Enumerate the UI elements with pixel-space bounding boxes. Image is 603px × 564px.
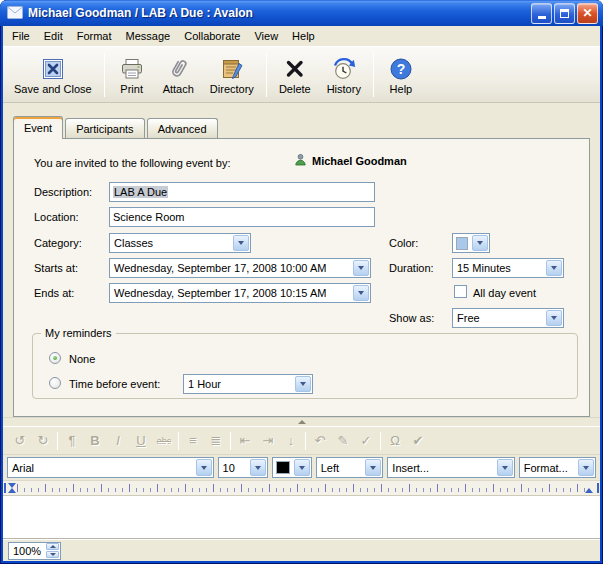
duration-dropdown-button[interactable]: [546, 260, 562, 276]
tab-event[interactable]: Event: [13, 116, 63, 139]
show-as-label: Show as:: [389, 312, 434, 325]
font-dropdown-button[interactable]: [196, 459, 212, 476]
maximize-button[interactable]: [554, 3, 575, 24]
address-book-icon: [219, 55, 245, 82]
location-field[interactable]: Science Room: [109, 207, 375, 227]
ends-dropdown-button[interactable]: [353, 285, 369, 301]
show-as-select[interactable]: Free: [452, 308, 564, 328]
category-dropdown-button[interactable]: [233, 235, 249, 251]
directory-button[interactable]: Directory: [202, 50, 262, 100]
insert-below-icon[interactable]: ↓: [282, 432, 300, 450]
undo-icon[interactable]: ↺: [11, 432, 29, 450]
duration-select[interactable]: 15 Minutes: [452, 258, 564, 278]
starts-at-select[interactable]: Wednesday, September 17, 2008 10:00 AM: [109, 258, 371, 278]
person-icon: [294, 153, 307, 168]
all-day-checkbox[interactable]: [454, 285, 467, 298]
organizer-name: Michael Goodman: [312, 155, 407, 167]
ruler[interactable]: [3, 481, 600, 496]
delete-button[interactable]: Delete: [271, 50, 319, 100]
minimize-button[interactable]: [531, 3, 552, 24]
insert-value: Insert...: [388, 462, 495, 474]
format-select[interactable]: Format...: [519, 457, 596, 478]
font-color-swatch: [276, 461, 290, 474]
message-body[interactable]: [3, 496, 600, 539]
reminder-time-radio[interactable]: [49, 377, 61, 389]
menu-collaborate[interactable]: Collaborate: [177, 28, 247, 44]
duration-value: 15 Minutes: [453, 262, 545, 274]
special-char-icon[interactable]: Ω: [386, 432, 404, 450]
left-indent-marker[interactable]: [8, 488, 16, 493]
outdent-icon[interactable]: ⇤: [236, 432, 254, 450]
spellcheck-icon[interactable]: ✔: [409, 432, 427, 450]
tab-participants[interactable]: Participants: [65, 118, 144, 138]
collapse-handle[interactable]: [3, 417, 600, 426]
underline-icon[interactable]: U: [132, 432, 150, 450]
font-size-select[interactable]: 10: [218, 457, 268, 478]
font-color-select[interactable]: [272, 457, 312, 478]
description-field[interactable]: LAB A Due: [109, 182, 375, 202]
menu-format[interactable]: Format: [70, 28, 119, 44]
font-color-dropdown-button[interactable]: [294, 459, 310, 476]
toolbar: Save and Close Print Attach Directory: [3, 46, 600, 103]
pencil-icon[interactable]: ✎: [334, 432, 352, 450]
italic-icon[interactable]: I: [109, 432, 127, 450]
ruler-major-ticks: [17, 484, 586, 492]
font-family-select[interactable]: Arial: [7, 457, 214, 478]
reminder-none-radio[interactable]: [49, 352, 61, 364]
save-and-close-button[interactable]: Save and Close: [6, 50, 100, 100]
starts-at-value: Wednesday, September 17, 2008 10:00 AM: [110, 262, 352, 274]
window-controls: ✕: [531, 3, 598, 24]
tab-advanced[interactable]: Advanced: [147, 118, 218, 138]
menu-edit[interactable]: Edit: [37, 28, 70, 44]
starts-dropdown-button[interactable]: [353, 260, 369, 276]
help-button[interactable]: ? Help: [378, 50, 424, 100]
zoom-decrease-button[interactable]: [46, 551, 59, 558]
menu-message[interactable]: Message: [119, 28, 178, 44]
category-select[interactable]: Classes: [109, 233, 251, 253]
right-indent-marker[interactable]: [585, 488, 593, 493]
my-reminders-group: My reminders None Time before event: 1 H…: [32, 333, 578, 399]
color-dropdown-button[interactable]: [472, 235, 488, 251]
alignment-select[interactable]: Left: [316, 457, 384, 478]
reminder-time-select[interactable]: 1 Hour: [183, 374, 313, 394]
color-select[interactable]: [452, 233, 490, 253]
redo-icon[interactable]: ↻: [34, 432, 52, 450]
zoom-spinner: [45, 542, 60, 559]
insert-select[interactable]: Insert...: [387, 457, 514, 478]
rotate-icon[interactable]: ↶: [311, 432, 329, 450]
paperclip-icon: [165, 55, 191, 82]
chevron-down-icon: [300, 382, 306, 386]
indent-icon[interactable]: ⇥: [259, 432, 277, 450]
zoom-value: 100%: [9, 545, 45, 557]
paragraph-icon[interactable]: ¶: [63, 432, 81, 450]
strikethrough-icon[interactable]: abc: [155, 432, 173, 450]
bullet-list-icon[interactable]: ≡: [184, 432, 202, 450]
reminder-dropdown-button[interactable]: [295, 376, 311, 392]
close-button[interactable]: ✕: [577, 3, 598, 24]
format-separator: [178, 432, 179, 450]
accept-icon[interactable]: ✓: [357, 432, 375, 450]
show-as-dropdown-button[interactable]: [546, 310, 562, 326]
history-button[interactable]: History: [319, 50, 369, 100]
zoom-increase-button[interactable]: [46, 543, 59, 550]
chevron-down-icon: [255, 466, 261, 470]
chevron-down-icon: [238, 241, 244, 245]
menu-file[interactable]: File: [5, 28, 37, 44]
window: Michael Goodman / LAB A Due : Avalon ✕ F…: [0, 0, 603, 564]
chevron-down-icon: [299, 466, 305, 470]
size-dropdown-button[interactable]: [250, 459, 266, 476]
menu-help[interactable]: Help: [285, 28, 322, 44]
bold-icon[interactable]: B: [86, 432, 104, 450]
maximize-icon: [560, 9, 569, 18]
print-button[interactable]: Print: [109, 50, 155, 100]
zoom-control[interactable]: 100%: [8, 542, 61, 560]
description-label: Description:: [34, 186, 92, 199]
format-dropdown-button[interactable]: [578, 459, 594, 476]
alignment-dropdown-button[interactable]: [365, 459, 381, 476]
tab-event-label: Event: [24, 122, 52, 134]
attach-button[interactable]: Attach: [155, 50, 202, 100]
ends-at-select[interactable]: Wednesday, September 17, 2008 10:15 AM: [109, 283, 371, 303]
insert-dropdown-button[interactable]: [497, 459, 513, 476]
menu-view[interactable]: View: [247, 28, 285, 44]
numbered-list-icon[interactable]: ≣: [207, 432, 225, 450]
